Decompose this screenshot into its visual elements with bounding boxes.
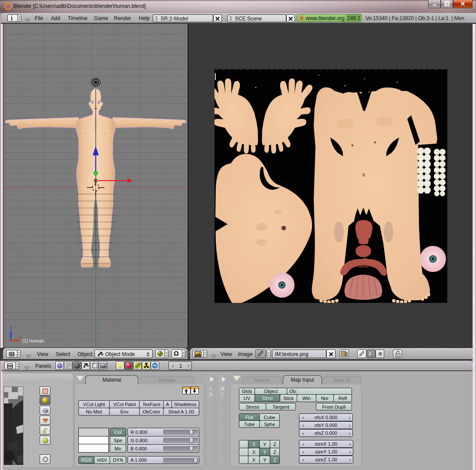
svg-text:Z: Z [10, 326, 12, 330]
svg-text:(1) human: (1) human [22, 338, 44, 343]
svg-text:x: x [20, 336, 22, 340]
